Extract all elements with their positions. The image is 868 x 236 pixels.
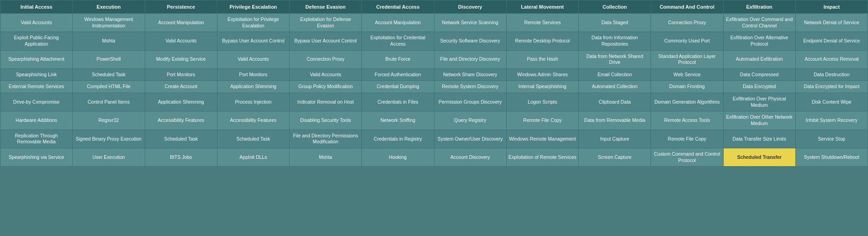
table-row: Exploit Public-Facing ApplicationMshtaVa…: [0, 32, 868, 50]
cell-r0-c1: Windows Management Instrumentation: [73, 14, 145, 32]
cell-r4-c8: Automated Collection: [579, 81, 651, 93]
cell-r4-c0: External Remote Services: [0, 81, 73, 93]
cell-r1-c8: Data from Information Repositories: [579, 32, 651, 50]
cell-r6-c3: Accessibility Features: [217, 111, 289, 130]
cell-r7-c2: Scheduled Task: [145, 130, 217, 148]
cell-r8-c2: BITS Jobs: [145, 148, 217, 166]
cell-r0-c11: Network Denial of Service: [795, 14, 868, 32]
cell-r4-c4: Group Policy Modification: [290, 81, 362, 93]
cell-r3-c6: Network Share Discovery: [434, 68, 506, 81]
table-row: Valid AccountsWindows Management Instrum…: [0, 14, 868, 32]
cell-r1-c7: Remote Desktop Protocol: [506, 32, 578, 50]
cell-r7-c1: Signed Binary Proxy Execution: [73, 130, 145, 148]
cell-r8-c1: User Execution: [73, 148, 145, 166]
cell-r6-c8: Data from Removable Media: [579, 111, 651, 130]
table-row: Spearphishing via ServiceUser ExecutionB…: [0, 148, 868, 166]
cell-r4-c11: Data Encrypted for Impact: [795, 81, 868, 93]
cell-r5-c2: Application Shimming: [145, 93, 217, 111]
cell-r3-c1: Scheduled Task: [73, 68, 145, 81]
cell-r4-c5: Credential Dumping: [362, 81, 434, 93]
cell-r7-c6: System Owner/User Discovery: [434, 130, 506, 148]
cell-r5-c5: Credentials in Files: [362, 93, 434, 111]
cell-r6-c6: Query Registry: [434, 111, 506, 130]
cell-r8-c11: System Shutdown/Reboot: [795, 148, 868, 166]
cell-r4-c3: Application Shimming: [217, 81, 289, 93]
cell-r0-c0: Valid Accounts: [0, 14, 73, 32]
cell-r2-c7: Pass the Hash: [506, 50, 578, 68]
cell-r8-c3: AppInit DLLs: [217, 148, 289, 166]
column-header-6: Discovery: [434, 0, 506, 14]
cell-r0-c10: Exfiltration Over Command and Control Ch…: [723, 14, 795, 32]
table-row: Spearphishing LinkScheduled TaskPort Mon…: [0, 68, 868, 81]
cell-r8-c10: Scheduled Transfer: [723, 148, 795, 166]
cell-r5-c10: Exfiltration Over Physical Medium: [723, 93, 795, 111]
cell-r7-c3: Scheduled Task: [217, 130, 289, 148]
column-header-1: Execution: [73, 0, 145, 14]
cell-r7-c8: Input Capture: [579, 130, 651, 148]
cell-r5-c8: Clipboard Data: [579, 93, 651, 111]
cell-r1-c5: Exploitation for Credential Access: [362, 32, 434, 50]
cell-r2-c1: PowerShell: [73, 50, 145, 68]
table-row: Hardware AdditionsRegsvr32Accessibility …: [0, 111, 868, 130]
cell-r6-c2: Accessibility Features: [145, 111, 217, 130]
cell-r1-c9: Commonly Used Port: [651, 32, 723, 50]
cell-r3-c8: Email Collection: [579, 68, 651, 81]
cell-r2-c8: Data from Network Shared Drive: [579, 50, 651, 68]
cell-r6-c7: Remote File Copy: [506, 111, 578, 130]
cell-r5-c3: Process Injection: [217, 93, 289, 111]
cell-r6-c4: Disabling Security Tools: [290, 111, 362, 130]
cell-r1-c11: Endpoint Denial of Service: [795, 32, 868, 50]
cell-r0-c5: Account Manipulation: [362, 14, 434, 32]
cell-r3-c7: Windows Admin Shares: [506, 68, 578, 81]
column-header-0: Initial Access: [0, 0, 73, 14]
cell-r3-c11: Data Destruction: [795, 68, 868, 81]
cell-r0-c6: Network Service Scanning: [434, 14, 506, 32]
cell-r8-c4: Mshta: [290, 148, 362, 166]
cell-r4-c1: Compiled HTML File: [73, 81, 145, 93]
cell-r8-c0: Spearphishing via Service: [0, 148, 73, 166]
cell-r7-c9: Remote File Copy: [651, 130, 723, 148]
cell-r7-c7: Windows Remote Management: [506, 130, 578, 148]
cell-r3-c5: Forced Authentication: [362, 68, 434, 81]
cell-r0-c4: Exploitation for Defense Evasion: [290, 14, 362, 32]
cell-r5-c1: Control Panel Items: [73, 93, 145, 111]
cell-r8-c8: Screen Capture: [579, 148, 651, 166]
cell-r1-c10: Exfiltration Over Alternative Protocol: [723, 32, 795, 50]
cell-r8-c5: Hooking: [362, 148, 434, 166]
cell-r4-c2: Create Account: [145, 81, 217, 93]
cell-r7-c10: Data Transfer Size Limits: [723, 130, 795, 148]
column-header-4: Defense Evasion: [290, 0, 362, 14]
cell-r7-c11: Service Stop: [795, 130, 868, 148]
cell-r0-c3: Exploitation for Privilege Escalation: [217, 14, 289, 32]
cell-r1-c3: Bypass User Account Control: [217, 32, 289, 50]
cell-r7-c0: Replication Through Removable Media: [0, 130, 73, 148]
cell-r4-c7: Internal Spearphishing: [506, 81, 578, 93]
cell-r3-c0: Spearphishing Link: [0, 68, 73, 81]
cell-r7-c5: Credentials in Registry: [362, 130, 434, 148]
cell-r6-c5: Network Sniffing: [362, 111, 434, 130]
column-header-2: Persistence: [145, 0, 217, 14]
cell-r1-c6: Security Software Discovery: [434, 32, 506, 50]
table-row: Spearphishing AttachmentPowerShellModify…: [0, 50, 868, 68]
mitre-attack-table: Initial AccessExecutionPersistencePrivil…: [0, 0, 868, 167]
table-row: Drive-by CompromiseControl Panel ItemsAp…: [0, 93, 868, 111]
cell-r2-c11: Account Access Removal: [795, 50, 868, 68]
cell-r3-c10: Data Compressed: [723, 68, 795, 81]
cell-r5-c6: Permission Groups Discovery: [434, 93, 506, 111]
cell-r8-c7: Exploitation of Remote Services: [506, 148, 578, 166]
cell-r6-c1: Regsvr32: [73, 111, 145, 130]
cell-r3-c9: Web Service: [651, 68, 723, 81]
cell-r2-c0: Spearphishing Attachment: [0, 50, 73, 68]
header-row: Initial AccessExecutionPersistencePrivil…: [0, 0, 868, 14]
cell-r5-c4: Indicator Removal on Host: [290, 93, 362, 111]
cell-r5-c9: Domain Generation Algorithms: [651, 93, 723, 111]
table-row: External Remote ServicesCompiled HTML Fi…: [0, 81, 868, 93]
cell-r5-c0: Drive-by Compromise: [0, 93, 73, 111]
cell-r4-c6: Remote System Discovery: [434, 81, 506, 93]
cell-r2-c4: Connection Proxy: [290, 50, 362, 68]
cell-r3-c4: Valid Accounts: [290, 68, 362, 81]
column-header-3: Privilege Escalation: [217, 0, 289, 14]
table-body: Valid AccountsWindows Management Instrum…: [0, 14, 868, 167]
cell-r4-c10: Data Encrypted: [723, 81, 795, 93]
cell-r2-c9: Standard Application Layer Protocol: [651, 50, 723, 68]
